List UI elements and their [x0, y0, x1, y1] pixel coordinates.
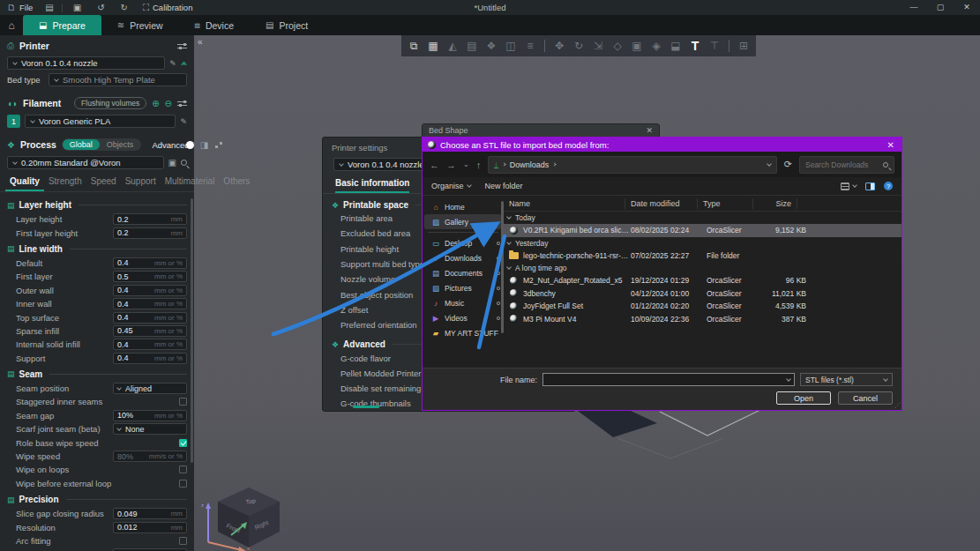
measure-icon[interactable]: ⊤ — [706, 37, 723, 55]
param-checkbox[interactable] — [179, 537, 187, 545]
search-preset-icon[interactable] — [181, 160, 187, 166]
scale-icon[interactable]: ⇲ — [589, 37, 607, 55]
param-input[interactable]: 0.4mm or % — [113, 298, 187, 309]
collapse-sidebar-icon[interactable]: « — [198, 37, 203, 47]
printer-preset-select[interactable]: Voron 0.1 0.4 nozzle — [7, 56, 165, 70]
process-tab-multimaterial[interactable]: Multimaterial — [161, 175, 220, 191]
param-input[interactable]: 0.2mm — [113, 213, 187, 225]
address-dropdown-icon[interactable] — [767, 161, 772, 167]
file-row[interactable]: M3 Pi Mount V410/09/2024 22:36OrcaSlicer… — [504, 313, 901, 326]
place-desktop[interactable]: ▭Desktop — [423, 235, 504, 250]
param-input[interactable]: 80%mm/s or % — [113, 450, 187, 462]
search-box[interactable] — [799, 156, 894, 174]
sidebar-scrollbar[interactable] — [191, 198, 193, 463]
open-button[interactable]: Open — [776, 391, 831, 405]
place-downloads[interactable]: ↓Downloads — [423, 250, 504, 265]
file-name-input[interactable] — [547, 376, 787, 384]
split-to-parts-icon[interactable]: ◫ — [502, 37, 520, 55]
up-icon[interactable]: ↑ — [476, 160, 482, 170]
param-input[interactable]: 0.4mm or % — [113, 257, 187, 269]
process-tab-quality[interactable]: Quality — [5, 175, 44, 191]
support-paint-icon[interactable]: ◈ — [647, 37, 665, 55]
help-icon[interactable]: ? — [884, 182, 893, 190]
file-row[interactable]: V0.2R1 Kirigami bed orca slicer mod v208… — [504, 224, 901, 237]
save-icon[interactable]: ▣ — [65, 3, 89, 12]
new-folder-button[interactable]: New folder — [485, 182, 523, 190]
place-home[interactable]: ⌂Home — [423, 199, 504, 214]
file-row[interactable]: 3dbenchy04/12/2024 01:00OrcaSlicer11,021… — [504, 287, 901, 301]
pill-objects[interactable]: Objects — [100, 139, 141, 150]
global-objects-toggle[interactable]: Global Objects — [62, 138, 142, 151]
redo-icon[interactable]: ↻ — [113, 3, 136, 12]
forward-icon[interactable]: → — [446, 160, 456, 170]
rotate-icon[interactable]: ↻ — [570, 37, 587, 55]
seam-paint-icon[interactable]: ⬓ — [667, 37, 685, 55]
param-checkbox[interactable] — [179, 398, 187, 406]
refresh-icon[interactable]: ⟳ — [784, 159, 792, 170]
notes-icon[interactable]: ▤ — [40, 3, 58, 12]
column-header-size[interactable]: Size — [753, 198, 797, 209]
breadcrumb[interactable]: Downloads — [510, 160, 550, 169]
param-input[interactable]: 0.45mm or % — [113, 325, 187, 337]
organise-menu[interactable]: Organise — [431, 182, 471, 190]
preview-pane-icon[interactable] — [865, 182, 875, 190]
tab-preview[interactable]: ≋Preview — [101, 15, 179, 35]
undo-icon[interactable]: ↺ — [89, 3, 112, 12]
arrange-icon[interactable]: ▤ — [463, 37, 481, 55]
maximize-button[interactable]: ▢ — [927, 0, 954, 15]
param-checkbox[interactable] — [179, 439, 187, 447]
text-tool-icon[interactable]: T — [686, 37, 704, 55]
param-checkbox[interactable] — [179, 480, 187, 488]
flushing-volumes-button[interactable]: Flushing volumes — [74, 97, 146, 109]
panel-scrollbar[interactable] — [353, 406, 379, 408]
menu-calibration[interactable]: ⛶ Calibration — [136, 0, 199, 15]
select-control[interactable]: None — [113, 423, 187, 435]
search-input[interactable] — [805, 160, 879, 169]
file-row[interactable]: JoyFidget Full Set01/12/2024 02:20OrcaSl… — [504, 300, 901, 313]
place-gallery[interactable]: ▧Gallery — [424, 214, 502, 229]
menu-file[interactable]: 🗋 File — [0, 0, 40, 15]
file-row[interactable]: lego-technic-porsche-911-rsr-42096-rim-.… — [504, 249, 901, 263]
param-input[interactable]: 10%mm or % — [113, 410, 187, 421]
dialog-close-icon[interactable]: ✕ — [887, 140, 896, 150]
resize-grip[interactable]: ⋰ — [894, 402, 901, 409]
filament-settings-icon[interactable] — [177, 100, 187, 108]
select-control[interactable]: Aligned — [113, 383, 187, 394]
auto-orient-icon[interactable]: ◭ — [444, 37, 461, 55]
bed-type-select[interactable]: Smooth High Temp Plate — [49, 73, 187, 86]
edit-filament-icon[interactable]: ✎ — [180, 117, 187, 126]
recent-locations-icon[interactable]: ⌄ — [463, 160, 469, 168]
param-select[interactable]: None — [113, 423, 187, 435]
add-filament-icon[interactable]: ⊕ — [152, 99, 159, 108]
wifi-icon[interactable]: ⩕ — [181, 58, 187, 68]
param-input[interactable]: 0.4mm or % — [113, 339, 187, 350]
cut-icon[interactable]: ◇ — [609, 37, 626, 55]
remove-filament-icon[interactable]: ⊖ — [165, 99, 172, 108]
add-object-icon[interactable]: ⧉ — [405, 37, 423, 55]
param-input[interactable]: 0.2mm — [113, 227, 187, 239]
add-plate-icon[interactable]: ▦ — [424, 37, 442, 55]
tab-prepare[interactable]: ⬓Prepare — [23, 15, 101, 35]
home-button[interactable]: ⌂ — [0, 15, 23, 35]
group-row[interactable]: Yesterday — [504, 237, 901, 249]
printer-settings-icon[interactable] — [177, 42, 187, 50]
group-row[interactable]: Today — [504, 212, 901, 224]
process-tab-speed[interactable]: Speed — [86, 175, 121, 191]
address-bar[interactable]: ↓ Downloads — [488, 156, 777, 174]
view-mode-button[interactable] — [841, 182, 857, 190]
process-tab-strength[interactable]: Strength — [44, 175, 86, 191]
tab-device[interactable]: ⧈Device — [179, 15, 250, 35]
place-my-art-stuff[interactable]: ▰MY ART STUFF — [423, 325, 504, 340]
param-checkbox[interactable] — [179, 465, 187, 473]
pill-global[interactable]: Global — [63, 139, 100, 150]
layers-icon[interactable]: ≡ — [521, 37, 539, 55]
printer-settings-tab[interactable]: Basic information — [335, 178, 409, 193]
place-pictures[interactable]: ▧Pictures — [423, 280, 504, 295]
save-preset-icon[interactable]: ▣ — [168, 158, 176, 168]
close-button[interactable]: ✕ — [954, 0, 980, 15]
column-header-name[interactable]: Name — [504, 198, 625, 209]
bed-shape-close-icon[interactable]: ✕ — [646, 126, 653, 135]
param-input[interactable]: 0.049mm — [113, 508, 187, 519]
file-name-combo[interactable] — [542, 373, 795, 386]
column-header-type[interactable]: Type — [698, 198, 753, 209]
